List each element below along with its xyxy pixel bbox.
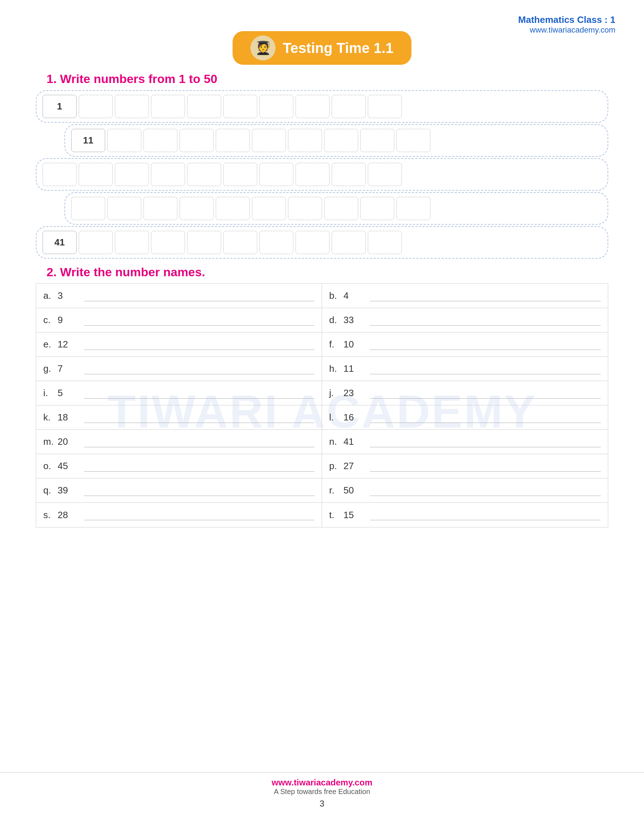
answer-line-o[interactable]: [84, 461, 314, 472]
answer-row-d: d. 33: [322, 308, 608, 333]
cell-36[interactable]: [252, 197, 286, 220]
cell-11: 11: [71, 129, 105, 152]
answer-line-a[interactable]: [84, 291, 314, 301]
cell-30[interactable]: [368, 163, 402, 186]
math-class-label: Mathematics Class : 1: [518, 14, 615, 25]
cell-37[interactable]: [288, 197, 322, 220]
answer-row-h: h. 11: [322, 357, 608, 381]
answer-line-m[interactable]: [84, 437, 314, 447]
answer-line-l[interactable]: [370, 412, 601, 423]
cell-18[interactable]: [324, 129, 358, 152]
answer-row-q: q. 39: [36, 478, 322, 503]
cell-47[interactable]: [259, 231, 293, 254]
cell-48[interactable]: [296, 231, 330, 254]
answer-line-t[interactable]: [370, 510, 601, 520]
answer-line-d[interactable]: [370, 315, 601, 326]
cell-44[interactable]: [151, 231, 185, 254]
letter-s: s.: [43, 510, 58, 521]
number-row-1: 1: [36, 90, 608, 123]
section1-heading: 1. Write numbers from 1 to 50: [46, 72, 608, 86]
cell-32[interactable]: [107, 197, 141, 220]
answer-line-i[interactable]: [84, 388, 314, 398]
cell-29[interactable]: [332, 163, 366, 186]
cell-7[interactable]: [259, 95, 293, 118]
answer-line-h[interactable]: [370, 363, 601, 374]
cell-17[interactable]: [288, 129, 322, 152]
page-number: 3: [0, 798, 644, 809]
cell-27[interactable]: [259, 163, 293, 186]
number-row-3: [36, 158, 608, 191]
answer-line-k[interactable]: [84, 412, 314, 423]
answer-line-f[interactable]: [370, 339, 601, 350]
mascot-icon: 🧑‍🎓: [250, 35, 276, 60]
number-row-5: 41: [36, 226, 608, 259]
cell-20[interactable]: [396, 129, 431, 152]
cell-6[interactable]: [223, 95, 257, 118]
number-m: 20: [58, 436, 83, 447]
cell-19[interactable]: [360, 129, 394, 152]
number-row-2: 11: [64, 124, 608, 157]
section2-heading: 2. Write the number names.: [46, 265, 608, 279]
answer-grid: a. 3 b. 4 c. 9 d. 33: [36, 284, 608, 527]
cell-43[interactable]: [115, 231, 149, 254]
cell-22[interactable]: [79, 163, 113, 186]
cell-2[interactable]: [79, 95, 113, 118]
cell-40[interactable]: [396, 197, 431, 220]
cell-38[interactable]: [324, 197, 358, 220]
cell-14[interactable]: [179, 129, 213, 152]
answer-row-b: b. 4: [322, 284, 608, 308]
letter-m: m.: [43, 436, 58, 447]
cell-25[interactable]: [187, 163, 221, 186]
cell-15[interactable]: [216, 129, 250, 152]
answer-line-r[interactable]: [370, 485, 601, 496]
answer-line-e[interactable]: [84, 339, 314, 350]
answer-row-g: g. 7: [36, 357, 322, 381]
cell-49[interactable]: [332, 231, 366, 254]
cell-28[interactable]: [296, 163, 330, 186]
cell-23[interactable]: [115, 163, 149, 186]
cell-31[interactable]: [71, 197, 105, 220]
cell-39[interactable]: [360, 197, 394, 220]
cell-9[interactable]: [332, 95, 366, 118]
number-e: 12: [58, 339, 83, 350]
answer-row-r: r. 50: [322, 478, 608, 503]
cell-45[interactable]: [187, 231, 221, 254]
answer-line-g[interactable]: [84, 363, 314, 374]
number-row-4: [64, 192, 608, 225]
cell-16[interactable]: [252, 129, 286, 152]
cell-41: 41: [43, 231, 77, 254]
letter-l: l.: [329, 412, 343, 423]
number-j: 23: [343, 388, 368, 398]
cell-42[interactable]: [79, 231, 113, 254]
cell-10[interactable]: [368, 95, 402, 118]
answer-row-m: m. 20: [36, 430, 322, 454]
cell-5[interactable]: [187, 95, 221, 118]
answer-line-b[interactable]: [370, 291, 601, 301]
cell-46[interactable]: [223, 231, 257, 254]
number-d: 33: [343, 314, 368, 326]
answer-line-j[interactable]: [370, 388, 601, 398]
cell-13[interactable]: [144, 129, 178, 152]
cell-12[interactable]: [107, 129, 141, 152]
letter-p: p.: [329, 461, 343, 472]
cell-4[interactable]: [151, 95, 185, 118]
cell-24[interactable]: [151, 163, 185, 186]
number-c: 9: [58, 314, 83, 326]
answer-row-n: n. 41: [322, 430, 608, 454]
cell-50[interactable]: [368, 231, 402, 254]
cell-34[interactable]: [179, 197, 213, 220]
answer-row-t: t. 15: [322, 503, 608, 527]
cell-35[interactable]: [216, 197, 250, 220]
answer-line-p[interactable]: [370, 461, 601, 472]
cell-3[interactable]: [115, 95, 149, 118]
cell-8[interactable]: [296, 95, 330, 118]
answer-line-c[interactable]: [84, 315, 314, 326]
number-o: 45: [58, 461, 83, 472]
answer-line-q[interactable]: [84, 485, 314, 496]
number-k: 18: [58, 412, 83, 423]
cell-21[interactable]: [43, 163, 77, 186]
cell-26[interactable]: [223, 163, 257, 186]
answer-line-s[interactable]: [84, 510, 314, 520]
answer-line-n[interactable]: [370, 437, 601, 447]
cell-33[interactable]: [144, 197, 178, 220]
